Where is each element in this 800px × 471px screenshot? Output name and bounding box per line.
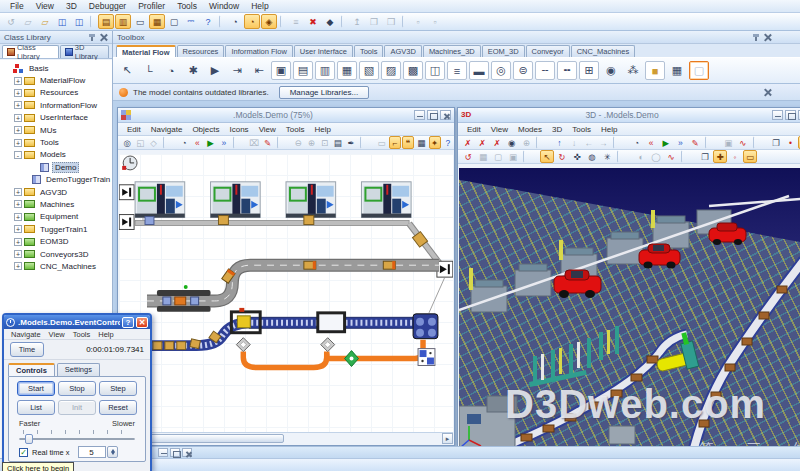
sep[interactable] (705, 136, 719, 149)
agv-marker[interactable] (345, 351, 359, 367)
source-object[interactable] (119, 185, 134, 200)
clip-x-icon[interactable]: ✗ (461, 136, 475, 149)
menu-item[interactable]: Tools (171, 1, 203, 11)
select-area-icon[interactable]: ◇ (148, 136, 160, 149)
machine-station[interactable] (361, 182, 411, 218)
copy-icon[interactable]: ❐ (366, 14, 382, 29)
menu-item[interactable]: Edit (462, 125, 486, 134)
trigger-icon[interactable]: ▶ (205, 61, 225, 80)
menu-item[interactable]: Tools (567, 125, 596, 134)
fast-forward-icon[interactable]: » (674, 136, 688, 149)
save-icon[interactable]: ◫ (54, 14, 70, 29)
tree-toggle[interactable] (3, 64, 11, 72)
menu-item[interactable]: Help (310, 125, 336, 134)
snapshot-icon[interactable]: ▣ (721, 136, 735, 149)
forward-icon[interactable]: → (596, 136, 610, 149)
pen-icon[interactable]: ✒ (345, 136, 357, 149)
grid-toggle-icon[interactable]: ▦ (415, 136, 427, 149)
sep[interactable] (360, 136, 372, 149)
maximize-icon[interactable] (785, 110, 796, 120)
start-icon[interactable]: ▶ (205, 136, 217, 149)
select-icon[interactable]: ↖ (540, 150, 554, 163)
sep[interactable] (617, 150, 631, 163)
ec-button[interactable]: Init (58, 400, 96, 415)
close-icon[interactable] (182, 448, 192, 457)
hierarchy-icon[interactable]: ⁂ (623, 61, 643, 80)
scroll-thumb[interactable] (134, 434, 284, 443)
up-icon[interactable]: ↑ (553, 136, 567, 149)
conveyor-line[interactable] (135, 221, 409, 226)
converter-icon[interactable]: ⊜ (513, 61, 533, 80)
tree-row[interactable]: MUs (0, 124, 112, 136)
tree-row[interactable]: Resources (0, 87, 112, 99)
realtime-checkbox[interactable]: ✓ (19, 448, 28, 457)
menu-item[interactable]: Icons (225, 125, 254, 134)
machine-station[interactable] (211, 182, 261, 218)
tree-row[interactable]: InformationFlow (0, 99, 112, 111)
line-icon[interactable]: ≡ (447, 61, 467, 80)
library-tab[interactable]: 3D Library (60, 45, 109, 58)
sep[interactable] (280, 15, 285, 28)
sep[interactable] (233, 136, 245, 149)
selected-frame-icon[interactable]: ▢ (689, 61, 709, 80)
method-object[interactable] (418, 349, 435, 366)
sep[interactable] (753, 136, 767, 149)
spinner-icon[interactable] (107, 446, 118, 458)
open-model-icon[interactable]: ▱ (37, 14, 53, 29)
agv-path[interactable] (243, 352, 326, 368)
back-icon[interactable]: ← (582, 136, 596, 149)
event-controller-icon[interactable]: ◔ (630, 136, 644, 149)
magnifier-icon[interactable]: ⊕ (519, 136, 533, 149)
promote-icon[interactable]: ↥ (349, 14, 365, 29)
machine-station[interactable] (286, 182, 336, 218)
menu-item[interactable]: Tools (69, 330, 95, 339)
toolbox-tab[interactable]: Tools (354, 45, 384, 57)
event-controller-object[interactable] (122, 156, 137, 170)
tree-row[interactable]: Tools (0, 136, 112, 148)
machine-station[interactable] (135, 182, 185, 218)
ec-tab[interactable]: Settings (57, 363, 100, 376)
print-icon[interactable]: ⎓ (183, 14, 199, 29)
grid-icon[interactable]: ▦ (667, 61, 687, 80)
inspect-icon[interactable]: ≡ (288, 14, 304, 29)
ghost-icon[interactable]: ◐ (634, 150, 648, 163)
toolbox-tab[interactable]: User Interface (294, 45, 353, 57)
window2-icon[interactable]: ❐ (698, 150, 712, 163)
sep[interactable] (613, 136, 627, 149)
scroll-right-icon[interactable]: ▸ (442, 433, 453, 444)
place-buffer-icon[interactable]: ▩ (403, 61, 423, 80)
reset-icon[interactable]: « (644, 136, 658, 149)
drain-icon[interactable]: ⇤ (249, 61, 269, 80)
disassembly-station-icon[interactable]: ▦ (337, 61, 357, 80)
ec-button[interactable]: Reset (99, 400, 137, 415)
open-3d-icon[interactable]: ◈ (261, 14, 277, 29)
drain-object[interactable] (437, 261, 453, 277)
close-icon[interactable] (99, 33, 108, 42)
parallel-station-icon[interactable]: ▤ (293, 61, 313, 80)
tree-row[interactable]: DemoTuggerTrain (0, 174, 112, 186)
slider-track[interactable] (19, 438, 135, 440)
pin-icon[interactable] (752, 33, 761, 42)
ec-button[interactable]: List (17, 400, 55, 415)
processing-station[interactable] (318, 313, 345, 332)
frame2-icon[interactable]: ▣ (506, 150, 520, 163)
transfer-station-icon[interactable]: ⊞ (579, 61, 599, 80)
add2-icon[interactable]: ✚ (713, 150, 727, 163)
menu-item[interactable]: Window (203, 1, 245, 11)
ec-button[interactable]: Start (17, 381, 55, 396)
close-icon[interactable] (763, 88, 772, 97)
minimize-icon[interactable] (158, 448, 168, 457)
tree-row[interactable]: Equipment (0, 211, 112, 223)
tree-toggle[interactable] (14, 101, 22, 109)
tree-toggle[interactable] (14, 200, 22, 208)
menu-item[interactable]: Modes (513, 125, 547, 134)
window-icon[interactable]: ❐ (769, 136, 783, 149)
connector-icon[interactable]: └ (139, 61, 159, 80)
fast-forward-icon[interactable]: » (218, 136, 230, 149)
model-2d-canvas[interactable] (119, 154, 453, 433)
part-box[interactable] (218, 216, 228, 225)
manage-libraries-button[interactable]: Manage Libraries... (279, 86, 369, 99)
window-icon[interactable]: ▫ (410, 14, 426, 29)
model-3d-titlebar[interactable]: 3D 3D - .Models.Demo (458, 108, 800, 123)
console-icon[interactable]: ▭ (376, 136, 388, 149)
